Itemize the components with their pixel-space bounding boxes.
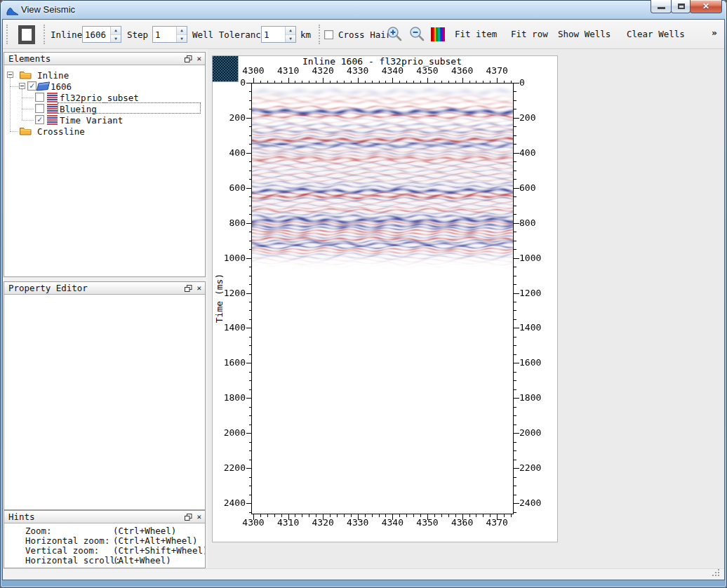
hint-value: (Ctrl+Alt+Wheel) <box>113 535 197 546</box>
y-tick-label: 800 <box>519 218 535 228</box>
toolbar-handle[interactable] <box>44 25 45 44</box>
step-spinbox[interactable]: ▲ ▼ <box>152 26 187 43</box>
step-label: Step <box>127 29 148 40</box>
elements-tree: Inline✓1606fl32prio_subsetBlueing✓Time V… <box>4 65 205 276</box>
tree-row-blueing[interactable]: Blueing <box>4 103 205 114</box>
zoom-in-icon[interactable] <box>386 25 403 42</box>
well-tolerance-label: Well Tolerance <box>192 29 266 40</box>
inline-spinbox[interactable]: ▲ ▼ <box>82 26 121 43</box>
tree-row-1606[interactable]: ✓1606 <box>4 81 205 92</box>
x-tick-label: 4320 <box>306 517 340 528</box>
x-tick-label: 4350 <box>411 517 444 528</box>
spin-up-icon[interactable]: ▲ <box>111 27 121 34</box>
inline-label: Inline <box>51 29 82 40</box>
float-panel-icon[interactable] <box>185 55 192 62</box>
spin-down-icon[interactable]: ▼ <box>177 34 187 43</box>
toolbar-button-fit-item[interactable]: Fit item <box>455 29 497 39</box>
seismic-image[interactable] <box>252 83 513 272</box>
seismic-view[interactable]: Inline 1606 - fl32prio_subset Time (ms) … <box>212 55 558 542</box>
toolbar-handle[interactable] <box>319 25 320 44</box>
property-editor-header[interactable]: Property Editor ✕ <box>4 282 205 295</box>
inline-input[interactable] <box>83 27 110 42</box>
y-tick-label: 2200 <box>519 462 541 473</box>
zoom-out-icon[interactable] <box>408 25 425 42</box>
y-tick-label: 1400 <box>213 322 246 333</box>
x-tick-label: 4320 <box>306 65 340 76</box>
colormap-icon[interactable] <box>431 27 445 41</box>
maximize-button[interactable] <box>671 0 691 13</box>
float-panel-icon[interactable] <box>185 514 192 521</box>
rectangle-tool-button[interactable] <box>13 22 41 46</box>
y-tick-label: 0 <box>213 77 246 88</box>
x-tick-label: 4300 <box>236 517 270 528</box>
y-tick-label: 600 <box>213 182 246 193</box>
tree-row-crossline[interactable]: Crossline <box>4 126 205 137</box>
tree-row-fl32prio_subset[interactable]: fl32prio_subset <box>4 92 205 103</box>
close-panel-icon[interactable]: ✕ <box>196 512 201 523</box>
spin-up-icon[interactable]: ▲ <box>177 27 187 34</box>
minimize-button[interactable] <box>651 0 672 13</box>
resize-grip-icon[interactable] <box>712 569 721 577</box>
inline-slice-icon <box>36 81 51 91</box>
tree-expander-icon[interactable] <box>7 72 13 78</box>
crosshair-checkbox[interactable] <box>324 30 333 39</box>
spin-up-icon[interactable]: ▲ <box>286 27 295 34</box>
y-tick-label: 1800 <box>519 392 541 403</box>
x-tick-label: 4300 <box>236 65 270 76</box>
well-tolerance-input[interactable] <box>262 27 285 42</box>
close-panel-icon[interactable]: ✕ <box>196 283 201 294</box>
y-tick-label: 1600 <box>519 357 541 368</box>
tree-row-inline[interactable]: Inline <box>4 69 205 81</box>
tree-checkbox[interactable] <box>35 104 44 113</box>
y-tick-label: 1600 <box>213 357 246 368</box>
crosshair-label: Cross Hair <box>338 29 391 40</box>
tree-connector <box>22 98 34 98</box>
y-tick-label: 2400 <box>519 497 541 508</box>
window-title: View Seismic <box>21 4 75 15</box>
step-input[interactable] <box>153 27 176 42</box>
elements-panel-header[interactable]: Elements ✕ <box>4 53 205 65</box>
spin-down-icon[interactable]: ▼ <box>286 34 295 43</box>
close-panel-icon[interactable]: ✕ <box>196 53 201 65</box>
x-tick-label: 4350 <box>411 65 444 76</box>
y-tick-label: 1800 <box>213 392 246 403</box>
y-tick-label: 1200 <box>213 288 246 298</box>
toolbar-overflow-icon[interactable]: » <box>712 27 717 38</box>
toolbar-button-fit-row[interactable]: Fit row <box>511 29 548 39</box>
hints-panel-header[interactable]: Hints ✕ <box>4 511 205 523</box>
hint-value: (Ctrl+Wheel) <box>113 526 176 536</box>
property-editor-content <box>4 295 205 509</box>
y-tick-label: 200 <box>213 112 246 123</box>
toolbar-button-show-wells[interactable]: Show Wells <box>558 29 611 39</box>
x-tick-label: 4340 <box>375 65 409 76</box>
x-tick-label: 4310 <box>272 517 305 528</box>
hints-panel: Hints ✕ Zoom:(Ctrl+Wheel)Horizontal zoom… <box>4 510 206 568</box>
titlebar[interactable]: View Seismic ✕ <box>0 0 727 20</box>
statusbar <box>3 568 724 580</box>
y-tick-label: 200 <box>519 112 535 123</box>
hint-label: Zoom: <box>25 526 52 536</box>
tree-row-time-variant[interactable]: ✓Time Variant <box>4 114 205 126</box>
hint-label: Horizontal scroll: <box>25 555 120 566</box>
toolbar-button-clear-wells[interactable]: Clear Wells <box>627 29 685 39</box>
tree-expander-icon[interactable] <box>19 83 25 89</box>
well-tolerance-spinbox[interactable]: ▲ ▼ <box>261 26 296 43</box>
close-icon: ✕ <box>691 0 721 13</box>
float-panel-icon[interactable] <box>185 285 192 292</box>
hints-content: Zoom:(Ctrl+Wheel)Horizontal zoom:(Ctrl+A… <box>4 523 205 568</box>
tree-item-label: Inline <box>37 70 69 81</box>
hint-label: Vertical zoom: <box>25 545 99 556</box>
tree-connector <box>10 131 18 132</box>
close-button[interactable]: ✕ <box>690 0 722 13</box>
y-tick-label: 1000 <box>519 253 541 263</box>
spin-down-icon[interactable]: ▼ <box>111 34 121 43</box>
toolbar: Inline ▲ ▼ Step ▲ ▼ Well Tolerance ▲ ▼ k… <box>3 20 724 49</box>
tree-checkbox[interactable]: ✓ <box>27 81 36 91</box>
hints-panel-title: Hints <box>8 512 35 522</box>
tree-checkbox[interactable]: ✓ <box>35 115 44 124</box>
tree-checkbox[interactable] <box>35 93 44 102</box>
seismic-layer-icon <box>47 93 58 102</box>
property-editor-title: Property Editor <box>8 283 88 293</box>
toolbar-handle[interactable] <box>6 25 8 44</box>
y-tick-label: 600 <box>519 182 535 193</box>
